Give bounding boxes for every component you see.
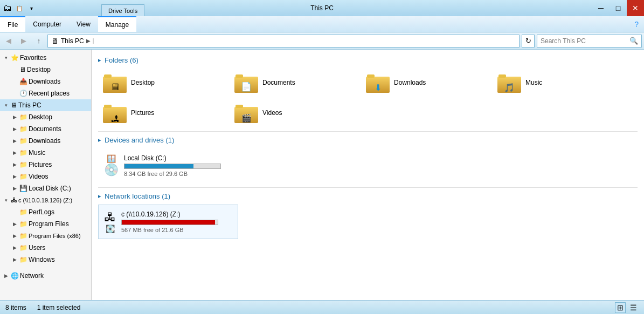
- search-box[interactable]: 🔍: [537, 35, 642, 47]
- help-icon[interactable]: ?: [629, 16, 644, 32]
- network-drive-toggle[interactable]: ▾: [2, 196, 10, 204]
- desktop-pc-label: Desktop: [29, 113, 52, 121]
- sidebar-item-windows[interactable]: ▶ 📁 Windows: [9, 254, 91, 266]
- pictures-pc-toggle[interactable]: ▶: [11, 161, 18, 168]
- maximize-button[interactable]: □: [610, 0, 627, 16]
- folder-item-desktop[interactable]: 🖥 Desktop: [98, 69, 227, 97]
- up-button[interactable]: ↑: [32, 35, 45, 47]
- folders-section-title: Folders (6): [98, 56, 638, 64]
- sidebar-item-localdisk[interactable]: ▶ 💾 Local Disk (C:): [9, 182, 91, 194]
- folder-item-downloads[interactable]: ⬇ Downloads: [361, 69, 490, 97]
- network-locations-grid: 🖧 💽 c (\\10.0.19.126) (Z:) 567 MB free o…: [98, 205, 638, 239]
- status-bar: 8 items 1 item selected ⊞ ☰: [0, 300, 644, 314]
- tab-file[interactable]: File: [0, 16, 25, 32]
- sidebar-item-recent-places[interactable]: 🕐 Recent places: [9, 87, 91, 99]
- network-label: Network: [20, 272, 44, 280]
- address-input[interactable]: 🖥 This PC ▶ |: [47, 35, 520, 47]
- folder-item-videos[interactable]: 🎬 Videos: [230, 99, 359, 127]
- downloads-icon: 📥: [19, 78, 27, 85]
- programfiles-x86-label: Program Files (x86): [29, 233, 81, 239]
- quick-access-dropdown[interactable]: ▾: [26, 3, 37, 13]
- sidebar-item-music-pc[interactable]: ▶ 📁 Music: [9, 147, 91, 159]
- downloads-pc-toggle[interactable]: ▶: [11, 137, 18, 145]
- sidebar-item-desktop-pc[interactable]: ▶ 📁 Desktop: [9, 111, 91, 123]
- desktop-toggle: [11, 66, 18, 73]
- quick-access-btn-1[interactable]: 🗂: [2, 3, 13, 13]
- folders-grid: 🖥 Desktop 📄 Documents: [98, 69, 638, 127]
- minimize-button[interactable]: ─: [592, 0, 610, 16]
- users-toggle[interactable]: ▶: [11, 244, 18, 252]
- sidebar-item-pictures-pc[interactable]: ▶ 📁 Pictures: [9, 159, 91, 171]
- network-drive-section: ▾ 🖧 c (\\10.0.19.126) (Z:) 📁 PerfLogs ▶ …: [0, 194, 91, 266]
- sidebar-item-programfiles-x86[interactable]: ▶ 📁 Program Files (x86): [9, 230, 91, 242]
- sidebar-item-desktop[interactable]: 🖥 Desktop: [9, 64, 91, 76]
- favorites-label: Favorites: [20, 54, 46, 62]
- this-pc-toggle[interactable]: ▾: [2, 101, 10, 109]
- pictures-pc-icon: 📁: [19, 161, 27, 168]
- sidebar: ▾ ⭐ Favorites 🖥 Desktop 📥 Downloads 🕐 Re…: [0, 50, 92, 300]
- details-view-button[interactable]: ☰: [628, 302, 639, 313]
- favorites-children: 🖥 Desktop 📥 Downloads 🕐 Recent places: [9, 64, 91, 99]
- downloads-label: Downloads: [29, 78, 60, 85]
- folder-item-pictures[interactable]: 🏞 Pictures: [98, 99, 227, 127]
- videos-folder-icon: 🎬: [234, 103, 258, 123]
- sidebar-item-network[interactable]: ▶ 🌐 Network: [0, 270, 91, 282]
- forward-button[interactable]: ▶: [17, 35, 30, 47]
- network-toggle[interactable]: ▶: [2, 272, 10, 280]
- tab-view[interactable]: View: [69, 16, 98, 32]
- star-icon: ⭐: [11, 54, 19, 62]
- address-chevron-icon: ▶: [86, 38, 91, 44]
- net-drive-z-free: 567 MB free of 21.6 GB: [121, 227, 232, 233]
- videos-pc-icon: 📁: [19, 173, 27, 180]
- sidebar-item-documents-pc[interactable]: ▶ 📁 Documents: [9, 123, 91, 135]
- sidebar-item-perflogs[interactable]: 📁 PerfLogs: [9, 206, 91, 218]
- sidebar-item-network-drive[interactable]: ▾ 🖧 c (\\10.0.19.126) (Z:): [0, 194, 91, 206]
- documents-pc-toggle[interactable]: ▶: [11, 125, 18, 133]
- close-button[interactable]: ✕: [627, 0, 644, 16]
- svg-rect-2: [104, 74, 112, 78]
- folder-item-music[interactable]: 🎵 Music: [493, 69, 622, 97]
- drive-tools-tab[interactable]: Drive Tools: [101, 4, 144, 16]
- quick-access-btn-2[interactable]: 📋: [14, 3, 25, 13]
- downloads-folder-icon: ⬇: [366, 72, 390, 93]
- sidebar-item-favorites[interactable]: ▾ ⭐ Favorites: [0, 52, 91, 64]
- sidebar-item-downloads[interactable]: 📥 Downloads: [9, 76, 91, 87]
- sidebar-item-videos-pc[interactable]: ▶ 📁 Videos: [9, 171, 91, 182]
- sidebar-item-programfiles[interactable]: ▶ 📁 Program Files: [9, 218, 91, 230]
- network-locations-section-title: Network locations (1): [98, 192, 638, 200]
- programfiles-toggle[interactable]: ▶: [11, 220, 18, 228]
- windows-toggle[interactable]: ▶: [11, 256, 18, 263]
- desktop-pc-toggle[interactable]: ▶: [11, 113, 18, 121]
- videos-pc-toggle[interactable]: ▶: [11, 173, 18, 180]
- svg-rect-10: [104, 105, 112, 108]
- drive-item-c[interactable]: 🪟 💿 Local Disk (C:) 8.34 GB free of 29.6…: [98, 148, 238, 183]
- sidebar-item-downloads-pc[interactable]: ▶ 📁 Downloads: [9, 135, 91, 147]
- tab-computer[interactable]: Computer: [25, 16, 69, 32]
- sidebar-item-this-pc[interactable]: ▾ 🖥 This PC: [0, 99, 91, 111]
- search-input[interactable]: [541, 37, 627, 45]
- address-path: This PC: [61, 37, 84, 45]
- favorites-toggle[interactable]: ▾: [2, 54, 10, 62]
- localdisk-toggle[interactable]: ▶: [11, 185, 18, 192]
- tab-manage[interactable]: Manage: [98, 16, 136, 32]
- desktop-pc-icon: 📁: [19, 113, 27, 121]
- large-icons-view-button[interactable]: ⊞: [615, 302, 626, 313]
- net-drive-item-z[interactable]: 🖧 💽 c (\\10.0.19.126) (Z:) 567 MB free o…: [98, 205, 238, 239]
- refresh-button[interactable]: ↻: [522, 35, 535, 47]
- selected-count: 1 item selected: [37, 304, 81, 311]
- this-pc-icon: 🖥: [11, 101, 17, 109]
- videos-pc-label: Videos: [29, 173, 48, 180]
- title-bar: 🗂 📋 ▾ Drive Tools This PC ─ □ ✕: [0, 0, 644, 16]
- programfiles-x86-toggle[interactable]: ▶: [11, 232, 18, 240]
- back-button[interactable]: ◀: [2, 35, 15, 47]
- music-pc-toggle[interactable]: ▶: [11, 149, 18, 157]
- sidebar-item-users[interactable]: ▶ 📁 Users: [9, 242, 91, 254]
- drive-c-name: Local Disk (C:): [124, 154, 232, 162]
- net-drive-z-bar-bg: [121, 220, 218, 225]
- pictures-pc-label: Pictures: [29, 161, 52, 168]
- item-count: 8 items: [5, 304, 26, 311]
- search-icon: 🔍: [629, 37, 638, 45]
- folder-item-documents[interactable]: 📄 Documents: [230, 69, 359, 97]
- localdisk-label: Local Disk (C:): [29, 185, 71, 192]
- divider-1: [98, 131, 638, 132]
